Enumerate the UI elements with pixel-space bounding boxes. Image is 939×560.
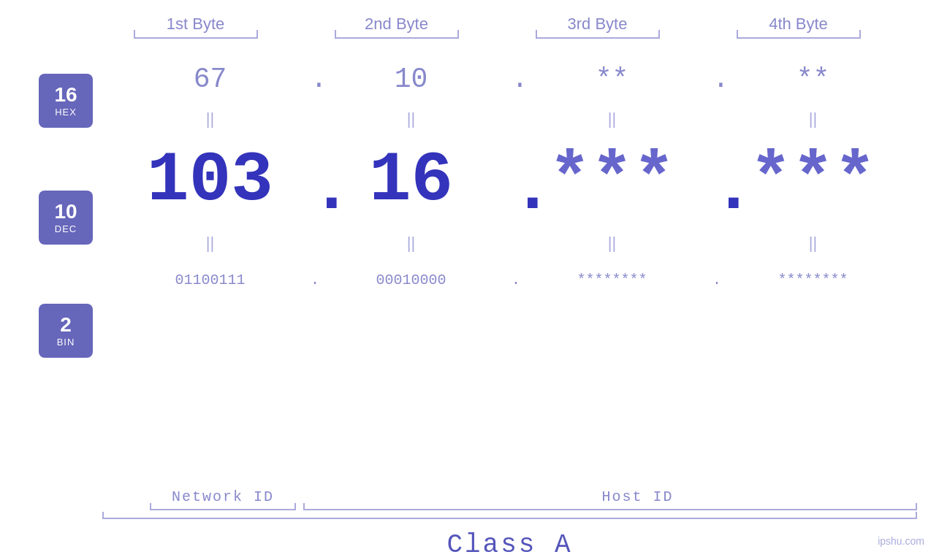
hex-value-3: **: [596, 64, 629, 95]
byte-headers-row: 1st Byte 2nd Byte 3rd Byte 4th Byte: [0, 15, 939, 34]
hex-value-1: 67: [194, 64, 227, 95]
bin-value-1: 01100111: [175, 272, 245, 288]
bracket-3: [497, 37, 698, 39]
eq-symbol-1-2: ||: [407, 110, 415, 128]
bin-byte-4: ********: [712, 272, 913, 288]
bracket-2: [296, 37, 497, 39]
bracket-1: [95, 37, 296, 39]
bin-badge-label: BIN: [57, 337, 75, 348]
eq-symbol-1-1: ||: [206, 110, 214, 128]
eq-symbol-1-3: ||: [608, 110, 616, 128]
eq-symbol-2-4: ||: [809, 234, 817, 252]
dec-data-row: 103 . 16 . *** . ***: [110, 134, 939, 229]
bracket-4: [698, 37, 899, 39]
hex-data-row: 67 . 10 . ** . **: [110, 53, 939, 104]
top-bracket-row: [0, 37, 939, 39]
dec-badge-wrap: 10 DEC: [39, 141, 93, 294]
hex-value-4: **: [797, 64, 830, 95]
hex-badge-number: 16: [54, 84, 77, 107]
hex-byte-1: 67: [110, 64, 311, 95]
hex-value-2: 10: [395, 64, 428, 95]
full-bottom-bracket: [102, 518, 917, 519]
data-grid: 67 . 10 . ** . **: [110, 53, 939, 483]
id-labels-row: Network ID Host ID: [95, 488, 924, 505]
dec-badge-label: DEC: [55, 223, 77, 234]
bin-data-row: 01100111 . 00010000 . ******** .: [110, 258, 939, 302]
bin-badge: 2 BIN: [39, 304, 93, 358]
byte-header-3: 3rd Byte: [497, 15, 698, 34]
eq-symbol-2-2: ||: [407, 234, 415, 252]
dec-value-1: 103: [147, 141, 273, 220]
bin-value-4: ********: [778, 272, 848, 288]
bin-value-2: 00010000: [376, 272, 446, 288]
eq-1-2: ||: [311, 111, 512, 128]
dec-value-2: 16: [369, 141, 453, 220]
bottom-section: Network ID Host ID Class A: [0, 488, 939, 560]
id-brackets-row: [95, 509, 924, 510]
hex-badge: 16 HEX: [39, 74, 93, 128]
watermark: ipshu.com: [878, 535, 924, 547]
eq-2-1: ||: [110, 235, 311, 252]
hex-badge-label: HEX: [55, 107, 77, 118]
eq-2-3: ||: [512, 235, 712, 252]
eq-2-2: ||: [311, 235, 512, 252]
network-id-label: Network ID: [95, 488, 351, 505]
byte-header-1: 1st Byte: [95, 15, 296, 34]
bin-badge-wrap: 2 BIN: [39, 294, 93, 367]
eq-1-1: ||: [110, 111, 311, 128]
class-a-label: Class A: [95, 530, 924, 560]
host-id-label: Host ID: [351, 488, 924, 505]
network-id-bracket: [150, 509, 296, 510]
bracket-line-4: [737, 37, 861, 39]
bracket-line-2: [335, 37, 459, 39]
host-id-bracket: [303, 509, 917, 510]
dec-badge-number: 10: [54, 201, 77, 223]
bin-byte-1: 01100111: [110, 272, 311, 288]
dec-value-4: ***: [750, 141, 876, 220]
bracket-line-3: [536, 37, 660, 39]
eq-symbol-2-1: ||: [206, 234, 214, 252]
byte-header-4: 4th Byte: [698, 15, 899, 34]
badge-column: 16 HEX 10 DEC 2 BIN: [22, 53, 110, 483]
bin-value-3: ********: [577, 272, 647, 288]
eq-row-1: || || || ||: [110, 104, 939, 134]
eq-1-4: ||: [712, 111, 913, 128]
bin-byte-3: ********: [512, 272, 712, 288]
bin-byte-2: 00010000: [311, 272, 512, 288]
eq-2-4: ||: [712, 235, 913, 252]
eq-symbol-2-3: ||: [608, 234, 616, 252]
byte-header-2: 2nd Byte: [296, 15, 497, 34]
content-grid: 16 HEX 10 DEC 2 BIN: [0, 53, 939, 483]
dec-byte-1: 103: [110, 146, 311, 216]
hex-byte-3: **: [512, 64, 712, 95]
hex-byte-2: 10: [311, 64, 512, 95]
hex-badge-wrap: 16 HEX: [39, 61, 93, 141]
hex-byte-4: **: [712, 64, 913, 95]
eq-symbol-1-4: ||: [809, 110, 817, 128]
bracket-line-1: [134, 37, 258, 39]
dec-badge: 10 DEC: [39, 191, 93, 245]
page: 1st Byte 2nd Byte 3rd Byte 4th Byte 16 H…: [0, 0, 939, 560]
bin-badge-number: 2: [60, 314, 72, 337]
eq-1-3: ||: [512, 111, 712, 128]
eq-row-2: || || || ||: [110, 229, 939, 258]
dec-value-3: ***: [549, 141, 675, 220]
